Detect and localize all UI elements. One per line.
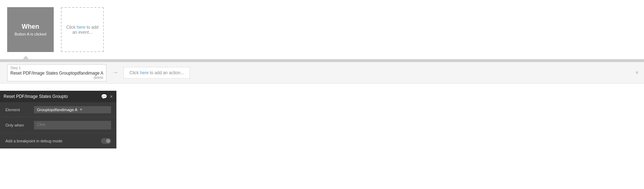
when-title: When: [22, 23, 39, 30]
only-when-label: Only when: [5, 123, 34, 127]
add-action-text: Click here to add an action...: [129, 70, 184, 75]
middle-section: Step 1 Reset PDF/Image States Grouptopdf…: [0, 62, 644, 84]
add-action-link[interactable]: here: [140, 70, 149, 75]
divider-section: [0, 59, 644, 62]
when-subtitle: Button A is clicked: [15, 32, 47, 36]
step-block: Step 1 Reset PDF/Image States Grouptopdf…: [7, 64, 106, 81]
element-label: Element: [5, 108, 34, 112]
close-button[interactable]: ×: [635, 70, 639, 76]
toggle-knob: [106, 139, 110, 143]
element-row: Element Grouptopdfandimage A ▼: [0, 102, 116, 117]
panel-body: Element Grouptopdfandimage A ▼ Only when…: [0, 102, 116, 148]
breakpoint-label: Add a breakpoint in debug mode: [5, 139, 62, 143]
add-event-link[interactable]: here: [77, 25, 85, 30]
panel-icons: 💬 ×: [101, 94, 113, 99]
element-dropdown[interactable]: Grouptopdfandimage A ▼: [34, 106, 111, 113]
step-title: Reset PDF/Image States Grouptopdfandimag…: [10, 71, 103, 76]
element-value-container: Grouptopdfandimage A ▼: [34, 106, 111, 113]
step-label: Step 1: [10, 66, 103, 70]
divider-arrow: [23, 56, 29, 59]
when-block: When Button A is clicked: [7, 7, 54, 52]
element-dropdown-value: Grouptopdfandimage A: [37, 108, 77, 112]
panel-title: Reset PDF/Image States Groupto: [4, 94, 101, 99]
add-action-block[interactable]: Click here to add an action...: [124, 67, 189, 79]
only-when-row: Only when Click: [0, 117, 116, 133]
dropdown-arrow-icon: ▼: [79, 108, 83, 112]
only-when-placeholder: Click: [37, 122, 45, 127]
panel-header: Reset PDF/Image States Groupto 💬 ×: [0, 91, 116, 102]
add-event-text: Click here to add an event...: [64, 25, 100, 35]
arrow-right-icon: →: [112, 69, 118, 76]
comment-icon[interactable]: 💬: [101, 94, 107, 99]
add-event-block[interactable]: Click here to add an event...: [61, 7, 104, 52]
step-delete-button[interactable]: delete: [10, 76, 103, 80]
top-section: When Button A is clicked Click here to a…: [0, 0, 644, 59]
breakpoint-toggle[interactable]: [101, 138, 111, 144]
only-when-input[interactable]: Click: [34, 121, 111, 129]
bottom-panel: Reset PDF/Image States Groupto 💬 × Eleme…: [0, 91, 116, 148]
breakpoint-row: Add a breakpoint in debug mode: [0, 133, 116, 148]
close-panel-button[interactable]: ×: [110, 94, 113, 99]
only-when-value-container: Click: [34, 121, 111, 129]
